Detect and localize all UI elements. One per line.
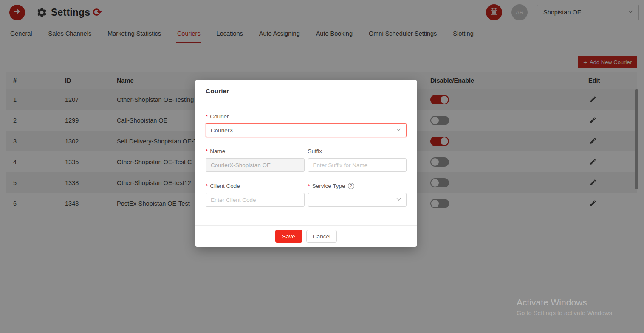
suffix-input[interactable] — [308, 158, 407, 172]
cancel-button[interactable]: Cancel — [306, 230, 337, 243]
name-input[interactable] — [206, 158, 305, 172]
service-type-field-label: * Service Type ? — [308, 183, 407, 189]
chevron-down-icon — [396, 127, 401, 134]
modal-title: Courier — [195, 80, 417, 102]
courier-select-value: CourierX — [211, 127, 233, 134]
required-asterisk: * — [206, 183, 208, 189]
service-type-select[interactable] — [308, 193, 407, 207]
client-code-input[interactable] — [206, 193, 305, 207]
required-asterisk: * — [206, 113, 208, 120]
name-field-label: * Name — [206, 148, 305, 154]
client-code-field-label: * Client Code — [206, 183, 305, 189]
courier-field-label: * Courier — [206, 113, 407, 120]
save-button[interactable]: Save — [275, 230, 302, 243]
modal-footer: Save Cancel — [195, 225, 417, 247]
question-circle-icon[interactable]: ? — [348, 183, 354, 189]
courier-select[interactable]: CourierX — [206, 123, 407, 137]
suffix-field-label: Suffix — [308, 148, 407, 154]
courier-modal: Courier * Courier CourierX * Name Suffix — [195, 80, 417, 247]
required-asterisk: * — [308, 183, 310, 189]
required-asterisk: * — [206, 148, 208, 154]
chevron-down-icon — [396, 196, 401, 203]
